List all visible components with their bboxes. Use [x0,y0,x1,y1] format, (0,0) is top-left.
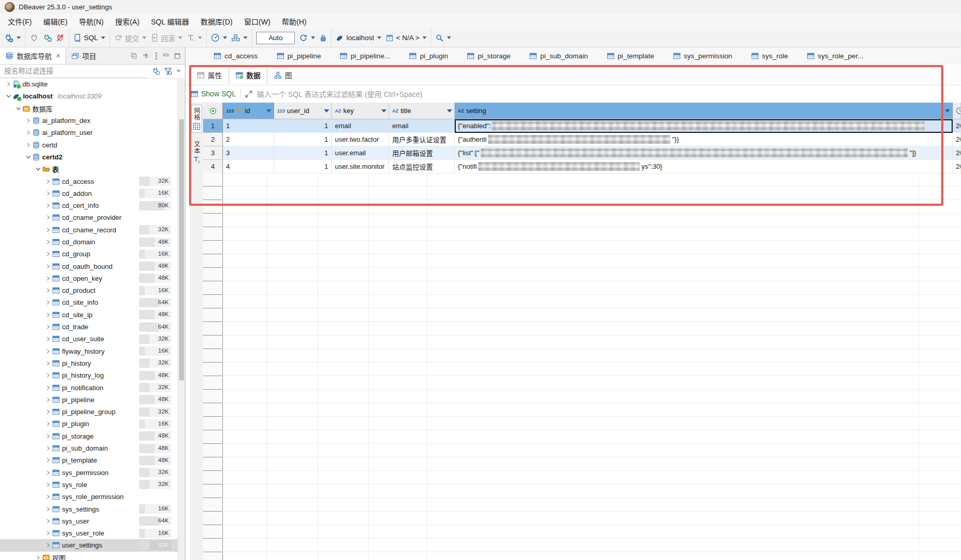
chevron-right-icon[interactable] [44,228,52,232]
presentation-tab-文本[interactable]: 文本 [191,138,202,166]
tree-item-cd_product[interactable]: cd_product16K [0,284,178,296]
database-select-button[interactable]: < N/A > [383,32,429,44]
chevron-right-icon[interactable] [44,421,52,426]
editor-tab-pi_pipeline[interactable]: pi_pipeline [268,47,330,64]
row-number[interactable]: 4 [203,160,223,173]
chevron-right-icon[interactable] [44,215,52,220]
gauge-button[interactable] [209,32,229,44]
column-header-setting[interactable]: AZsetting [455,103,953,119]
row-number[interactable]: 1 [203,119,223,133]
cell-setting-row2[interactable]: {"authenti"}} [455,133,953,146]
chevron-right-icon[interactable] [44,385,52,390]
chevron-down-icon[interactable] [14,106,22,111]
dropdown-caret-icon[interactable] [142,36,146,39]
editor-tab-sys_role[interactable]: sys_role [743,47,796,64]
transaction-mode-box[interactable]: Auto [256,32,295,44]
chevron-right-icon[interactable] [44,361,52,366]
chevron-right-icon[interactable] [44,531,52,536]
column-dropdown-icon[interactable] [447,109,452,113]
plug-filter-icon[interactable] [152,67,160,76]
dropdown-caret-icon[interactable] [17,36,21,39]
tree-item-pi_template[interactable]: pi_template48K [0,454,178,466]
column-dropdown-icon[interactable] [381,109,386,113]
column-header-create_ti[interactable]: create_ti [953,103,961,119]
cell-id-row2[interactable]: 2 [223,133,274,146]
tree-item-cd_site_ip[interactable]: cd_site_ip48K [0,309,178,321]
commit-button[interactable]: 提交 [112,31,148,45]
tree-item-sys_permission[interactable]: sys_permission32K [0,467,178,479]
cell-title-row3[interactable]: 用户邮箱设置 [389,146,455,160]
tree-scrollbar-thumb[interactable] [179,119,184,380]
column-dropdown-icon[interactable] [266,109,271,113]
tree-item-pi_history_log[interactable]: pi_history_log48K [0,369,178,381]
view-menu-icon[interactable] [155,52,158,60]
chevron-right-icon[interactable] [44,203,52,208]
cell-key-row1[interactable]: email [332,119,389,133]
editor-tab-sys_permission[interactable]: sys_permission [665,47,741,64]
tree-item-certd[interactable]: certd [0,139,178,151]
tree-item-ai_platform_dex[interactable]: ai_platform_dex [0,115,178,127]
chevron-right-icon[interactable] [34,555,42,560]
menu-item-4[interactable]: 搜索(A) [109,15,145,28]
menu-item-8[interactable]: 帮助(H) [276,15,312,28]
chevron-right-icon[interactable] [44,264,52,269]
tree-item-数据库[interactable]: 数据库 [0,103,178,115]
tree-scrollbar[interactable] [178,78,185,560]
tree-item-cd_cname_record[interactable]: cd_cname_record32K [0,224,178,236]
chevron-right-icon[interactable] [44,313,52,317]
tree-item-sys_user_role[interactable]: sys_user_role16K [0,527,178,539]
editor-tab-pi_pipeline...[interactable]: pi_pipeline... [331,47,398,64]
chevron-down-icon[interactable] [34,167,42,171]
sidebar-tab-数据库导航[interactable]: 数据库导航× [0,47,66,64]
result-tab-图[interactable]: 图 [267,65,299,85]
connection-filter-input[interactable] [0,65,147,78]
cell-setting-row4[interactable]: {"notifiys":30} [455,160,953,173]
mysql-button[interactable]: localhost [334,32,383,44]
tree-item-localhost[interactable]: localhostlocalhost:3309 [0,90,178,102]
table-row-1[interactable]: 111emailemail{"enabled":2024-09- [203,119,961,133]
chevron-right-icon[interactable] [44,458,52,463]
chevron-right-icon[interactable] [44,349,52,354]
filter-text-button[interactable] [184,32,204,44]
sql-script-button[interactable]: SQL [71,32,107,44]
table-row-3[interactable]: 331user.email用户邮箱设置{"list":[""]}2025-05- [203,146,961,160]
cell-setting-row3[interactable]: {"list":[""]} [455,146,953,160]
menu-item-2[interactable]: 编辑(E) [38,15,73,28]
chevron-right-icon[interactable] [44,191,52,196]
tree-item-sys_settings[interactable]: sys_settings16K [0,503,178,515]
plug-button[interactable] [28,32,41,44]
tree-item-sys_user[interactable]: sys_user64K [0,515,178,527]
chevron-right-icon[interactable] [44,252,52,256]
funnel-icon[interactable] [164,67,172,76]
chevron-right-icon[interactable] [44,507,52,512]
cell-user_id-row3[interactable]: 1 [274,146,332,160]
chevron-right-icon[interactable] [44,409,52,414]
tree-item-flyway_history[interactable]: flyway_history16K [0,345,178,357]
dropdown-caret-icon[interactable] [223,36,227,39]
tree-item-cd_user_suite[interactable]: cd_user_suite32K [0,333,178,345]
chevron-right-icon[interactable] [44,325,52,329]
chevron-right-icon[interactable] [44,288,52,293]
dropdown-caret-icon[interactable] [377,36,381,39]
rollback-button[interactable]: 回滚 [148,31,184,45]
chevron-right-icon[interactable] [44,179,52,184]
cell-key-row2[interactable]: user.two.factor [332,133,389,146]
chevron-right-icon[interactable] [44,240,52,244]
chevron-right-icon[interactable] [44,276,52,281]
chevron-right-icon[interactable] [44,543,52,547]
cell-title-row1[interactable]: email [389,119,455,133]
link-editor-icon[interactable] [142,52,150,60]
editor-tab-sys_role_per...[interactable]: sys_role_per... [798,47,872,64]
table-row-2[interactable]: 221user.two.factor用户多重认证设置{"authenti"}}2… [203,133,961,146]
chevron-right-icon[interactable] [24,130,32,135]
column-dropdown-icon[interactable] [945,109,950,113]
close-icon[interactable]: × [56,52,60,60]
tree-item-cd_open_key[interactable]: cd_open_key48K [0,272,178,284]
cell-create_ti-row1[interactable]: 2024-09- [953,119,961,133]
column-header-key[interactable]: AZkey [332,103,389,119]
cell-create_ti-row3[interactable]: 2025-05- [953,146,961,160]
tree-item-pi_pipeline[interactable]: pi_pipeline48K [0,394,178,406]
refresh-button[interactable] [297,32,317,44]
select-all-radio[interactable] [203,103,223,119]
tree-item-cd_cert_info[interactable]: cd_cert_info80K [0,200,178,211]
